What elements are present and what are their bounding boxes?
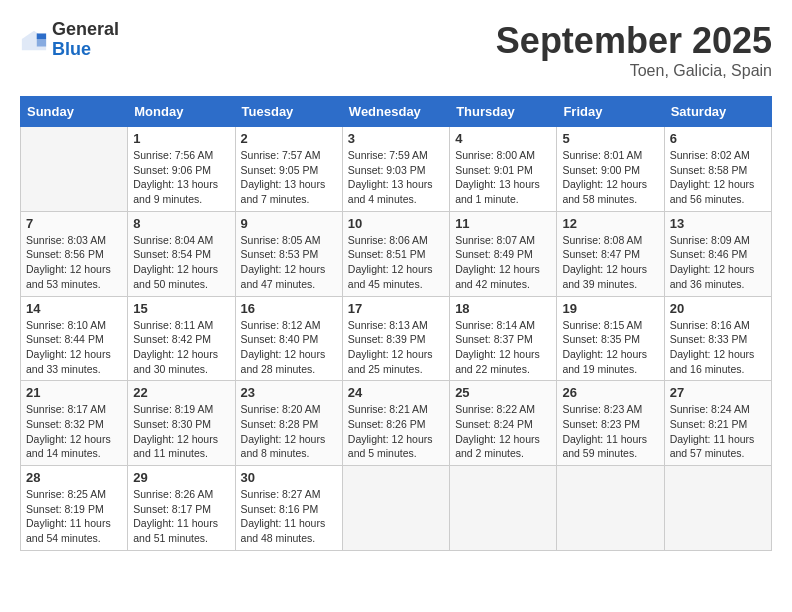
day-info: Sunrise: 8:14 AMSunset: 8:37 PMDaylight:… [455, 318, 551, 377]
day-cell [557, 466, 664, 551]
week-row-1: 1Sunrise: 7:56 AMSunset: 9:06 PMDaylight… [21, 127, 772, 212]
day-number: 22 [133, 385, 229, 400]
day-cell: 7Sunrise: 8:03 AMSunset: 8:56 PMDaylight… [21, 211, 128, 296]
day-number: 26 [562, 385, 658, 400]
day-info: Sunrise: 7:57 AMSunset: 9:05 PMDaylight:… [241, 148, 337, 207]
column-header-saturday: Saturday [664, 97, 771, 127]
day-info: Sunrise: 8:01 AMSunset: 9:00 PMDaylight:… [562, 148, 658, 207]
day-cell: 16Sunrise: 8:12 AMSunset: 8:40 PMDayligh… [235, 296, 342, 381]
week-row-3: 14Sunrise: 8:10 AMSunset: 8:44 PMDayligh… [21, 296, 772, 381]
day-cell: 17Sunrise: 8:13 AMSunset: 8:39 PMDayligh… [342, 296, 449, 381]
day-cell: 5Sunrise: 8:01 AMSunset: 9:00 PMDaylight… [557, 127, 664, 212]
day-info: Sunrise: 8:08 AMSunset: 8:47 PMDaylight:… [562, 233, 658, 292]
day-number: 1 [133, 131, 229, 146]
day-number: 21 [26, 385, 122, 400]
logo: General Blue [20, 20, 119, 60]
day-info: Sunrise: 8:22 AMSunset: 8:24 PMDaylight:… [455, 402, 551, 461]
day-number: 15 [133, 301, 229, 316]
day-cell: 10Sunrise: 8:06 AMSunset: 8:51 PMDayligh… [342, 211, 449, 296]
day-number: 16 [241, 301, 337, 316]
day-cell: 30Sunrise: 8:27 AMSunset: 8:16 PMDayligh… [235, 466, 342, 551]
day-number: 25 [455, 385, 551, 400]
day-number: 2 [241, 131, 337, 146]
day-cell: 13Sunrise: 8:09 AMSunset: 8:46 PMDayligh… [664, 211, 771, 296]
day-info: Sunrise: 8:24 AMSunset: 8:21 PMDaylight:… [670, 402, 766, 461]
day-cell: 23Sunrise: 8:20 AMSunset: 8:28 PMDayligh… [235, 381, 342, 466]
day-number: 19 [562, 301, 658, 316]
day-info: Sunrise: 7:56 AMSunset: 9:06 PMDaylight:… [133, 148, 229, 207]
day-number: 18 [455, 301, 551, 316]
day-number: 20 [670, 301, 766, 316]
day-info: Sunrise: 8:12 AMSunset: 8:40 PMDaylight:… [241, 318, 337, 377]
day-number: 17 [348, 301, 444, 316]
day-number: 12 [562, 216, 658, 231]
day-number: 30 [241, 470, 337, 485]
day-cell: 6Sunrise: 8:02 AMSunset: 8:58 PMDaylight… [664, 127, 771, 212]
day-number: 11 [455, 216, 551, 231]
day-info: Sunrise: 8:03 AMSunset: 8:56 PMDaylight:… [26, 233, 122, 292]
day-cell [342, 466, 449, 551]
day-cell: 24Sunrise: 8:21 AMSunset: 8:26 PMDayligh… [342, 381, 449, 466]
day-info: Sunrise: 8:04 AMSunset: 8:54 PMDaylight:… [133, 233, 229, 292]
day-number: 29 [133, 470, 229, 485]
day-cell: 12Sunrise: 8:08 AMSunset: 8:47 PMDayligh… [557, 211, 664, 296]
day-cell: 25Sunrise: 8:22 AMSunset: 8:24 PMDayligh… [450, 381, 557, 466]
day-info: Sunrise: 8:00 AMSunset: 9:01 PMDaylight:… [455, 148, 551, 207]
day-cell: 20Sunrise: 8:16 AMSunset: 8:33 PMDayligh… [664, 296, 771, 381]
day-number: 8 [133, 216, 229, 231]
day-cell: 9Sunrise: 8:05 AMSunset: 8:53 PMDaylight… [235, 211, 342, 296]
day-cell: 3Sunrise: 7:59 AMSunset: 9:03 PMDaylight… [342, 127, 449, 212]
day-info: Sunrise: 8:26 AMSunset: 8:17 PMDaylight:… [133, 487, 229, 546]
day-info: Sunrise: 8:19 AMSunset: 8:30 PMDaylight:… [133, 402, 229, 461]
column-header-monday: Monday [128, 97, 235, 127]
day-info: Sunrise: 8:05 AMSunset: 8:53 PMDaylight:… [241, 233, 337, 292]
day-number: 27 [670, 385, 766, 400]
day-number: 23 [241, 385, 337, 400]
column-header-sunday: Sunday [21, 97, 128, 127]
day-cell: 18Sunrise: 8:14 AMSunset: 8:37 PMDayligh… [450, 296, 557, 381]
day-info: Sunrise: 8:27 AMSunset: 8:16 PMDaylight:… [241, 487, 337, 546]
day-number: 7 [26, 216, 122, 231]
day-info: Sunrise: 8:11 AMSunset: 8:42 PMDaylight:… [133, 318, 229, 377]
day-info: Sunrise: 8:20 AMSunset: 8:28 PMDaylight:… [241, 402, 337, 461]
logo-blue: Blue [52, 40, 119, 60]
day-cell [664, 466, 771, 551]
day-number: 6 [670, 131, 766, 146]
day-cell: 26Sunrise: 8:23 AMSunset: 8:23 PMDayligh… [557, 381, 664, 466]
logo-text: General Blue [52, 20, 119, 60]
column-header-wednesday: Wednesday [342, 97, 449, 127]
day-cell: 1Sunrise: 7:56 AMSunset: 9:06 PMDaylight… [128, 127, 235, 212]
day-info: Sunrise: 8:17 AMSunset: 8:32 PMDaylight:… [26, 402, 122, 461]
calendar-table: SundayMondayTuesdayWednesdayThursdayFrid… [20, 96, 772, 551]
day-cell [21, 127, 128, 212]
day-info: Sunrise: 7:59 AMSunset: 9:03 PMDaylight:… [348, 148, 444, 207]
month-title: September 2025 [496, 20, 772, 62]
day-cell: 15Sunrise: 8:11 AMSunset: 8:42 PMDayligh… [128, 296, 235, 381]
day-cell: 2Sunrise: 7:57 AMSunset: 9:05 PMDaylight… [235, 127, 342, 212]
day-info: Sunrise: 8:09 AMSunset: 8:46 PMDaylight:… [670, 233, 766, 292]
day-cell: 4Sunrise: 8:00 AMSunset: 9:01 PMDaylight… [450, 127, 557, 212]
day-cell: 19Sunrise: 8:15 AMSunset: 8:35 PMDayligh… [557, 296, 664, 381]
day-cell [450, 466, 557, 551]
column-header-thursday: Thursday [450, 97, 557, 127]
day-number: 24 [348, 385, 444, 400]
day-number: 9 [241, 216, 337, 231]
day-info: Sunrise: 8:16 AMSunset: 8:33 PMDaylight:… [670, 318, 766, 377]
day-info: Sunrise: 8:23 AMSunset: 8:23 PMDaylight:… [562, 402, 658, 461]
day-cell: 8Sunrise: 8:04 AMSunset: 8:54 PMDaylight… [128, 211, 235, 296]
day-cell: 11Sunrise: 8:07 AMSunset: 8:49 PMDayligh… [450, 211, 557, 296]
page-header: General Blue September 2025 Toen, Galici… [20, 20, 772, 80]
day-info: Sunrise: 8:10 AMSunset: 8:44 PMDaylight:… [26, 318, 122, 377]
week-row-2: 7Sunrise: 8:03 AMSunset: 8:56 PMDaylight… [21, 211, 772, 296]
day-info: Sunrise: 8:13 AMSunset: 8:39 PMDaylight:… [348, 318, 444, 377]
day-cell: 14Sunrise: 8:10 AMSunset: 8:44 PMDayligh… [21, 296, 128, 381]
day-number: 14 [26, 301, 122, 316]
day-info: Sunrise: 8:06 AMSunset: 8:51 PMDaylight:… [348, 233, 444, 292]
day-info: Sunrise: 8:02 AMSunset: 8:58 PMDaylight:… [670, 148, 766, 207]
day-number: 13 [670, 216, 766, 231]
logo-icon [20, 26, 48, 54]
location: Toen, Galicia, Spain [496, 62, 772, 80]
day-number: 4 [455, 131, 551, 146]
day-number: 28 [26, 470, 122, 485]
day-info: Sunrise: 8:15 AMSunset: 8:35 PMDaylight:… [562, 318, 658, 377]
